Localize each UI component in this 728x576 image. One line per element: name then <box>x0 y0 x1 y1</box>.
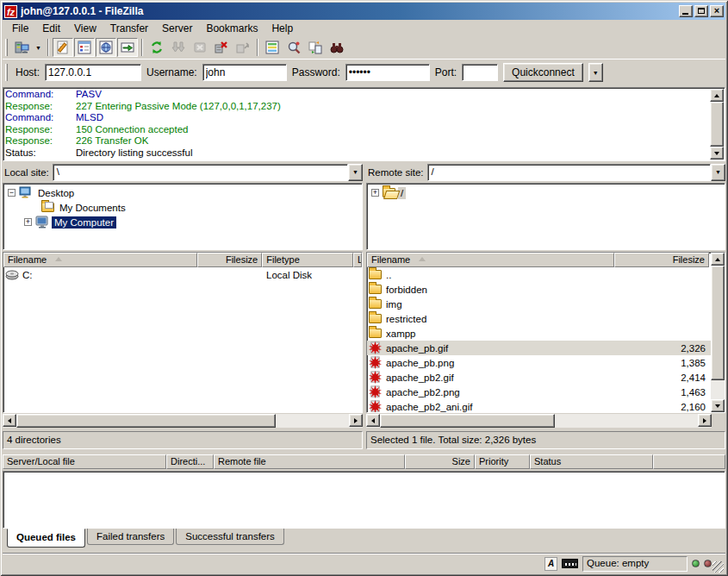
local-file-row[interactable]: C: Local Disk <box>3 267 362 282</box>
close-button[interactable]: × <box>710 5 724 17</box>
remote-horizontal-scrollbar[interactable] <box>366 414 712 428</box>
scroll-thumb[interactable] <box>710 102 724 147</box>
quickbar-grip[interactable] <box>5 64 8 81</box>
site-manager-button[interactable] <box>11 38 32 57</box>
local-column-filename[interactable]: Filename <box>3 253 197 267</box>
remote-file-row[interactable]: apache_pb2.png1,463 <box>367 385 725 399</box>
local-column-filetype[interactable]: Filetype <box>262 253 353 267</box>
remote-site-dropdown[interactable]: ▼ <box>711 164 725 181</box>
scroll-thumb[interactable] <box>16 414 276 428</box>
scroll-right-button[interactable] <box>349 414 363 427</box>
transfer-type-icon[interactable]: A <box>544 557 557 571</box>
scroll-right-button[interactable] <box>698 414 712 427</box>
queue-list[interactable] <box>3 471 725 529</box>
tree-item-my-computer[interactable]: + My Computer <box>3 215 362 229</box>
remote-file-row[interactable]: forbidden <box>367 282 725 297</box>
remote-file-row[interactable]: apache_pb2_ani.gif2,160 <box>367 399 725 413</box>
remote-file-row[interactable]: xampp <box>367 326 725 341</box>
remote-file-row[interactable]: apache_pb2.gif2,414 <box>367 370 725 385</box>
scroll-down-button[interactable] <box>710 147 724 160</box>
speed-limits-icon[interactable] <box>562 559 578 568</box>
local-column-lastmodified[interactable]: L <box>353 253 362 267</box>
queue-column-remotefile[interactable]: Remote file <box>214 454 405 469</box>
local-horizontal-scrollbar[interactable] <box>3 414 363 428</box>
synchronized-browsing-button[interactable] <box>305 38 326 57</box>
scroll-thumb[interactable] <box>711 266 725 380</box>
reconnect-button[interactable] <box>233 38 253 57</box>
toggle-local-tree-button[interactable] <box>74 38 95 57</box>
tree-item-my-documents[interactable]: My Documents <box>3 200 362 215</box>
open-folder-icon <box>383 188 395 197</box>
username-input[interactable] <box>202 64 287 81</box>
queue-column-serverlocal[interactable]: Server/Local file <box>3 454 166 469</box>
collapse-icon[interactable]: − <box>8 189 16 197</box>
log-line: Command:PASV <box>5 89 723 101</box>
remote-file-list[interactable]: Filename Filesize .. forbidden img restr… <box>366 252 725 413</box>
remote-file-row[interactable]: restricted <box>367 311 725 326</box>
remote-site-combobox[interactable]: / ▼ <box>427 164 725 181</box>
toggle-message-log-button[interactable] <box>53 38 73 57</box>
find-files-button[interactable] <box>327 38 347 57</box>
scroll-down-button[interactable] <box>711 399 725 412</box>
remote-site-value[interactable]: / <box>427 164 711 181</box>
quickconnect-dropdown[interactable]: ▼ <box>588 63 603 82</box>
host-input[interactable] <box>45 64 141 81</box>
remote-vertical-scrollbar[interactable] <box>711 253 725 412</box>
tab-successful-transfers[interactable]: Successful transfers <box>176 529 284 545</box>
toolbar-grip[interactable] <box>5 39 8 56</box>
resize-grip[interactable] <box>712 561 724 573</box>
remote-column-filename[interactable]: Filename <box>367 253 614 267</box>
queue-column-priority[interactable]: Priority <box>475 454 530 469</box>
expand-icon[interactable]: + <box>24 218 32 226</box>
password-input[interactable] <box>345 64 430 81</box>
remote-file-row[interactable]: .. <box>367 267 725 282</box>
message-log[interactable]: Command:PASV Response:227 Entering Passi… <box>3 87 725 161</box>
menu-view[interactable]: View <box>67 21 103 36</box>
expand-icon[interactable]: + <box>371 189 379 197</box>
log-scrollbar[interactable] <box>710 89 724 160</box>
maximize-button[interactable] <box>694 5 708 17</box>
menu-edit[interactable]: Edit <box>35 21 67 36</box>
remote-column-filesize[interactable]: Filesize <box>614 253 709 267</box>
queue-column-size[interactable]: Size <box>405 454 475 469</box>
tree-item-desktop[interactable]: − Desktop <box>3 185 362 200</box>
menu-bookmarks[interactable]: Bookmarks <box>199 21 264 36</box>
menu-server[interactable]: Server <box>155 21 199 36</box>
site-manager-dropdown[interactable]: ▼ <box>33 38 44 57</box>
minimize-button[interactable] <box>679 5 693 17</box>
queue-column-direction[interactable]: Directi... <box>166 454 214 469</box>
scroll-left-button[interactable] <box>366 414 380 427</box>
toggle-remote-tree-button[interactable] <box>96 38 116 57</box>
remote-tree[interactable]: + / <box>366 183 725 250</box>
port-input[interactable] <box>462 64 498 81</box>
local-site-dropdown[interactable]: ▼ <box>348 164 363 181</box>
filter-button[interactable] <box>262 38 283 57</box>
menu-transfer[interactable]: Transfer <box>103 21 155 36</box>
toggle-transfer-queue-button[interactable] <box>117 38 138 57</box>
local-site-value[interactable]: \ <box>53 164 348 181</box>
local-tree[interactable]: − Desktop My Documents + My Comp <box>3 183 363 250</box>
menu-help[interactable]: Help <box>264 21 300 36</box>
remote-file-row[interactable]: img <box>367 297 725 311</box>
scroll-up-button[interactable] <box>710 89 724 102</box>
quickconnect-button[interactable]: Quickconnect <box>503 63 583 82</box>
local-site-combobox[interactable]: \ ▼ <box>53 164 363 181</box>
remote-file-row[interactable]: apache_pb.png1,385 <box>367 355 725 370</box>
title-bar[interactable]: fz john@127.0.0.1 - FileZilla × <box>3 3 725 20</box>
tree-item-root[interactable]: + / <box>367 185 725 200</box>
refresh-button[interactable] <box>146 38 167 57</box>
tab-failed-transfers[interactable]: Failed transfers <box>87 529 174 545</box>
local-file-list[interactable]: Filename Filesize Filetype L C: Local Di… <box>3 252 363 413</box>
cancel-button[interactable] <box>190 38 210 57</box>
directory-comparison-button[interactable] <box>283 38 304 57</box>
disconnect-button[interactable] <box>211 38 232 57</box>
scroll-thumb[interactable] <box>380 414 555 428</box>
scroll-up-button[interactable] <box>711 253 725 266</box>
local-column-filesize[interactable]: Filesize <box>197 253 262 267</box>
process-queue-button[interactable] <box>168 38 189 57</box>
remote-file-row[interactable]: apache_pb.gif2,326 <box>367 341 725 355</box>
queue-column-status[interactable]: Status <box>530 454 653 469</box>
menu-file[interactable]: File <box>5 21 35 36</box>
tab-queued-files[interactable]: Queued files <box>7 529 85 548</box>
scroll-left-button[interactable] <box>3 414 16 427</box>
